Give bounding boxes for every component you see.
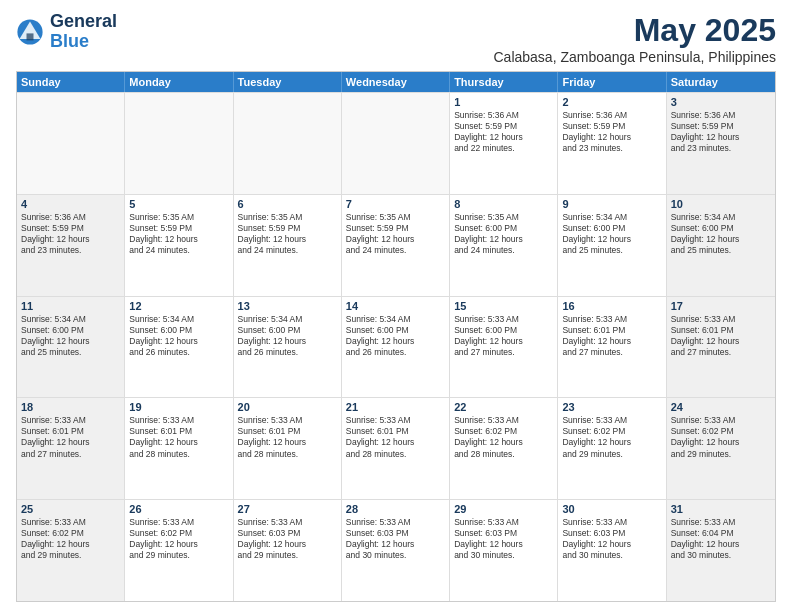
cell-text-line: and 28 minutes. (454, 449, 553, 460)
cell-text-line: Sunrise: 5:34 AM (346, 314, 445, 325)
cell-text-line: Sunrise: 5:35 AM (129, 212, 228, 223)
logo-line2: Blue (50, 32, 117, 52)
day-number: 7 (346, 198, 445, 210)
cell-text-line: and 23 minutes. (671, 143, 771, 154)
day-number: 19 (129, 401, 228, 413)
cell-text-line: Daylight: 12 hours (21, 437, 120, 448)
cal-cell-day-23: 23Sunrise: 5:33 AMSunset: 6:02 PMDayligh… (558, 398, 666, 499)
calendar-body: 1Sunrise: 5:36 AMSunset: 5:59 PMDaylight… (17, 92, 775, 601)
cell-text-line: Daylight: 12 hours (129, 437, 228, 448)
cell-text-line: Daylight: 12 hours (21, 336, 120, 347)
cell-text-line: Sunrise: 5:33 AM (562, 415, 661, 426)
cell-text-line: and 25 minutes. (562, 245, 661, 256)
cell-text-line: and 29 minutes. (671, 449, 771, 460)
cell-text-line: Sunset: 6:00 PM (562, 223, 661, 234)
cell-text-line: Sunset: 6:00 PM (346, 325, 445, 336)
cal-cell-day-13: 13Sunrise: 5:34 AMSunset: 6:00 PMDayligh… (234, 297, 342, 398)
cell-text-line: Sunset: 6:03 PM (238, 528, 337, 539)
cell-text-line: Sunrise: 5:33 AM (671, 415, 771, 426)
cell-text-line: Daylight: 12 hours (238, 437, 337, 448)
cell-text-line: Daylight: 12 hours (671, 539, 771, 550)
logo-line1: General (50, 12, 117, 32)
cell-text-line: Sunrise: 5:33 AM (454, 517, 553, 528)
cell-text-line: Sunrise: 5:34 AM (238, 314, 337, 325)
header: General Blue May 2025 Calabasa, Zamboang… (16, 12, 776, 65)
cell-text-line: Sunset: 6:02 PM (129, 528, 228, 539)
cal-week-3: 11Sunrise: 5:34 AMSunset: 6:00 PMDayligh… (17, 296, 775, 398)
day-number: 21 (346, 401, 445, 413)
cell-text-line: Sunrise: 5:36 AM (671, 110, 771, 121)
cell-text-line: and 25 minutes. (21, 347, 120, 358)
cell-text-line: Sunrise: 5:33 AM (671, 314, 771, 325)
cell-text-line: Daylight: 12 hours (129, 336, 228, 347)
cal-header-thursday: Thursday (450, 72, 558, 92)
cal-cell-day-28: 28Sunrise: 5:33 AMSunset: 6:03 PMDayligh… (342, 500, 450, 601)
cal-week-2: 4Sunrise: 5:36 AMSunset: 5:59 PMDaylight… (17, 194, 775, 296)
cell-text-line: Sunset: 6:01 PM (562, 325, 661, 336)
cell-text-line: Daylight: 12 hours (454, 234, 553, 245)
cal-cell-day-15: 15Sunrise: 5:33 AMSunset: 6:00 PMDayligh… (450, 297, 558, 398)
cal-cell-day-24: 24Sunrise: 5:33 AMSunset: 6:02 PMDayligh… (667, 398, 775, 499)
day-number: 5 (129, 198, 228, 210)
cell-text-line: and 28 minutes. (238, 449, 337, 460)
day-number: 28 (346, 503, 445, 515)
day-number: 1 (454, 96, 553, 108)
day-number: 22 (454, 401, 553, 413)
cell-text-line: Sunset: 6:01 PM (21, 426, 120, 437)
cal-header-tuesday: Tuesday (234, 72, 342, 92)
logo: General Blue (16, 12, 117, 52)
cell-text-line: Sunset: 5:59 PM (21, 223, 120, 234)
cell-text-line: Daylight: 12 hours (562, 234, 661, 245)
cell-text-line: Sunrise: 5:35 AM (454, 212, 553, 223)
cal-cell-day-10: 10Sunrise: 5:34 AMSunset: 6:00 PMDayligh… (667, 195, 775, 296)
cell-text-line: and 29 minutes. (129, 550, 228, 561)
cell-text-line: Sunset: 5:59 PM (671, 121, 771, 132)
day-number: 4 (21, 198, 120, 210)
cell-text-line: and 24 minutes. (129, 245, 228, 256)
cal-cell-day-31: 31Sunrise: 5:33 AMSunset: 6:04 PMDayligh… (667, 500, 775, 601)
cell-text-line: and 29 minutes. (562, 449, 661, 460)
cell-text-line: and 26 minutes. (129, 347, 228, 358)
cal-cell-empty (234, 93, 342, 194)
svg-rect-2 (27, 33, 34, 40)
day-number: 24 (671, 401, 771, 413)
cell-text-line: Sunrise: 5:33 AM (454, 314, 553, 325)
cell-text-line: and 23 minutes. (21, 245, 120, 256)
cell-text-line: Daylight: 12 hours (562, 132, 661, 143)
cal-cell-day-30: 30Sunrise: 5:33 AMSunset: 6:03 PMDayligh… (558, 500, 666, 601)
cal-cell-day-16: 16Sunrise: 5:33 AMSunset: 6:01 PMDayligh… (558, 297, 666, 398)
day-number: 8 (454, 198, 553, 210)
cell-text-line: Daylight: 12 hours (238, 234, 337, 245)
cal-cell-empty (125, 93, 233, 194)
cal-cell-day-19: 19Sunrise: 5:33 AMSunset: 6:01 PMDayligh… (125, 398, 233, 499)
cell-text-line: Sunrise: 5:35 AM (238, 212, 337, 223)
cal-cell-day-18: 18Sunrise: 5:33 AMSunset: 6:01 PMDayligh… (17, 398, 125, 499)
cell-text-line: Sunset: 6:00 PM (238, 325, 337, 336)
cell-text-line: Sunset: 6:02 PM (562, 426, 661, 437)
cell-text-line: Sunset: 6:03 PM (562, 528, 661, 539)
cal-cell-day-27: 27Sunrise: 5:33 AMSunset: 6:03 PMDayligh… (234, 500, 342, 601)
cell-text-line: Sunrise: 5:34 AM (562, 212, 661, 223)
cal-cell-day-14: 14Sunrise: 5:34 AMSunset: 6:00 PMDayligh… (342, 297, 450, 398)
cell-text-line: Sunrise: 5:34 AM (21, 314, 120, 325)
cal-cell-day-4: 4Sunrise: 5:36 AMSunset: 5:59 PMDaylight… (17, 195, 125, 296)
cell-text-line: Daylight: 12 hours (562, 336, 661, 347)
cell-text-line: Sunset: 6:02 PM (21, 528, 120, 539)
cell-text-line: Sunset: 6:01 PM (129, 426, 228, 437)
day-number: 15 (454, 300, 553, 312)
day-number: 20 (238, 401, 337, 413)
cal-cell-day-2: 2Sunrise: 5:36 AMSunset: 5:59 PMDaylight… (558, 93, 666, 194)
cell-text-line: Daylight: 12 hours (562, 437, 661, 448)
day-number: 9 (562, 198, 661, 210)
cal-cell-day-22: 22Sunrise: 5:33 AMSunset: 6:02 PMDayligh… (450, 398, 558, 499)
cell-text-line: Sunset: 6:03 PM (346, 528, 445, 539)
cell-text-line: Sunset: 5:59 PM (454, 121, 553, 132)
cell-text-line: Sunrise: 5:33 AM (346, 517, 445, 528)
day-number: 13 (238, 300, 337, 312)
cal-header-sunday: Sunday (17, 72, 125, 92)
cal-week-4: 18Sunrise: 5:33 AMSunset: 6:01 PMDayligh… (17, 397, 775, 499)
cell-text-line: Sunrise: 5:33 AM (562, 517, 661, 528)
cell-text-line: Sunrise: 5:35 AM (346, 212, 445, 223)
cal-cell-day-21: 21Sunrise: 5:33 AMSunset: 6:01 PMDayligh… (342, 398, 450, 499)
cell-text-line: Sunrise: 5:33 AM (238, 415, 337, 426)
